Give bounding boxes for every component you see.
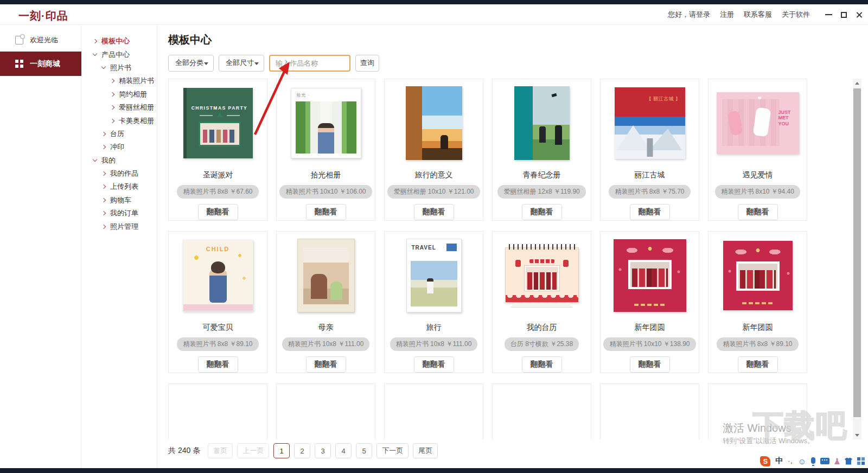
tree-item-cart[interactable]: 购物车 — [81, 194, 157, 207]
sidebar-item-welcome[interactable]: 欢迎光临 — [0, 30, 81, 50]
close-icon[interactable] — [856, 11, 863, 18]
flip-view-button[interactable]: 翻翻看 — [630, 356, 670, 373]
flip-view-button[interactable]: 翻翻看 — [738, 356, 778, 373]
activate-windows-text: 激活 Windows — [723, 421, 792, 436]
lantern-icon — [515, 260, 521, 267]
handwriting-icon[interactable] — [834, 458, 840, 464]
cover-photo — [722, 99, 780, 146]
keyboard-icon[interactable] — [820, 458, 829, 464]
product-cover[interactable] — [493, 232, 591, 319]
flip-view-button[interactable]: 翻翻看 — [306, 204, 346, 220]
microphone-icon[interactable] — [811, 457, 815, 464]
tree-item-hardcover-photobook[interactable]: 精装照片书 — [81, 74, 157, 87]
product-cover[interactable]: TRAVEL — [385, 232, 483, 319]
ime-language-indicator[interactable]: 中 — [775, 456, 783, 466]
flip-view-button[interactable]: 翻翻看 — [198, 204, 238, 220]
next-page-button[interactable]: 下一页 — [376, 443, 409, 458]
product-spec-badge: 精装照片书 10x8 ￥111.00 — [390, 337, 478, 351]
contact-support-link[interactable]: 联系客服 — [744, 10, 772, 20]
product-cover[interactable] — [277, 232, 375, 319]
tree-item-calendar[interactable]: 台历 — [81, 127, 157, 140]
page-button-3[interactable]: 3 — [315, 443, 331, 458]
tree-item-alice-album[interactable]: 爱丽丝相册 — [81, 101, 157, 114]
cover-figure — [555, 125, 562, 145]
stone-pillar — [647, 138, 653, 157]
skin-theme-icon[interactable] — [845, 458, 852, 465]
sidebar-item-mall[interactable]: 一刻商城 — [0, 52, 81, 76]
tree-item-my-orders[interactable]: 我的订单 — [81, 207, 157, 220]
flip-view-button[interactable]: 翻翻看 — [414, 356, 454, 373]
sogou-input-icon[interactable]: S — [760, 456, 770, 466]
flip-view-button[interactable]: 翻翻看 — [630, 204, 670, 220]
product-cover[interactable]: JUST MET YOU — [709, 79, 807, 167]
page-button-4[interactable]: 4 — [335, 443, 352, 458]
flip-view-button[interactable]: 翻翻看 — [738, 204, 778, 220]
product-cover[interactable] — [385, 79, 483, 167]
tree-item-mine[interactable]: 我的 — [81, 154, 157, 167]
chevron-down-icon — [254, 62, 259, 65]
product-cover[interactable] — [709, 232, 807, 319]
cover-photo — [199, 122, 241, 146]
product-cover[interactable]: CHRISTMAS PARTY — [169, 79, 267, 167]
product-spec-badge: 精装照片书 8x8 ￥89.10 — [177, 337, 258, 351]
cover-photo — [411, 261, 457, 306]
tree-item-upload-list[interactable]: 上传列表 — [81, 180, 157, 193]
scroll-up-arrow-icon[interactable] — [853, 79, 861, 87]
tree-item-product-center[interactable]: 产品中心 — [81, 48, 157, 61]
cover-figure — [206, 261, 230, 303]
product-cover[interactable]: CHILD — [169, 232, 267, 319]
tree-item-template-center[interactable]: 模板中心 — [81, 35, 157, 48]
tree-item-my-works[interactable]: 我的作品 — [81, 167, 157, 180]
wave-pattern — [506, 295, 578, 302]
product-cover[interactable] — [601, 232, 699, 319]
page-button-1[interactable]: 1 — [273, 443, 290, 458]
search-button[interactable]: 查询 — [355, 55, 379, 72]
flip-view-button[interactable]: 翻翻看 — [522, 356, 562, 373]
toolbox-icon[interactable] — [857, 457, 865, 465]
book-cover-travel-meaning — [406, 86, 462, 160]
product-cover[interactable] — [493, 79, 591, 167]
tree-item-photobook[interactable]: 照片书 — [81, 61, 157, 74]
size-select[interactable]: 全部尺寸 — [219, 55, 264, 72]
product-name: 新年团圆 — [743, 323, 773, 333]
ime-punctuation-indicator[interactable]: ·, — [788, 457, 793, 465]
vertical-scrollbar[interactable] — [853, 79, 861, 439]
tree-item-cameo-album[interactable]: 卡美奥相册 — [81, 114, 157, 127]
maximize-icon[interactable] — [841, 12, 847, 18]
product-card: 拾光 · 拾光相册 精装照片书 10x10 ￥106.00 翻翻看 — [276, 79, 375, 221]
login-link[interactable]: 您好，请登录 — [668, 10, 710, 20]
emoji-panel-icon[interactable]: ☺ — [798, 457, 806, 465]
product-cover[interactable]: 【 丽江古城 】 — [601, 79, 699, 167]
product-cover[interactable]: 拾光 · — [277, 79, 375, 167]
tree-item-simple-album[interactable]: 简约相册 — [81, 88, 157, 101]
flip-view-button[interactable]: 翻翻看 — [198, 356, 238, 373]
cover-photo — [615, 117, 685, 159]
about-software-link[interactable]: 关于软件 — [782, 10, 810, 20]
welcome-user-icon — [15, 36, 23, 44]
system-tray: S 中 ·, ☺ — [760, 455, 865, 467]
flip-view-button[interactable]: 翻翻看 — [522, 204, 562, 220]
cover-figure — [539, 126, 546, 143]
product-card: 我的台历 台历 8寸横款 ￥25.38 翻翻看 — [492, 231, 591, 373]
book-cover-christmas: CHRISTMAS PARTY — [183, 88, 253, 158]
desk-calendar-cover — [502, 244, 582, 308]
tree-item-print[interactable]: 冲印 — [81, 140, 157, 154]
register-link[interactable]: 注册 — [720, 10, 734, 20]
product-spec-badge: 爱丽丝相册 12x8 ￥119.90 — [497, 185, 586, 199]
page-button-5[interactable]: 5 — [356, 443, 372, 458]
flip-view-button[interactable]: 翻翻看 — [306, 356, 346, 373]
fish-decoration — [727, 244, 788, 259]
page-button-2[interactable]: 2 — [294, 443, 310, 458]
search-input[interactable] — [269, 55, 350, 72]
minimize-icon[interactable] — [825, 14, 832, 15]
first-page-button[interactable]: 首页 — [208, 443, 233, 458]
flip-view-button[interactable]: 翻翻看 — [414, 204, 454, 220]
last-page-button[interactable]: 尾页 — [413, 443, 438, 458]
scrollbar-thumb[interactable] — [853, 88, 861, 417]
category-tree: 模板中心 产品中心 照片书 精装照片书 简约相册 爱丽丝相册 卡美奥相册 台历 … — [81, 25, 157, 468]
scroll-down-arrow-icon[interactable] — [853, 431, 861, 439]
category-select[interactable]: 全部分类 — [168, 55, 214, 72]
prev-page-button[interactable]: 上一页 — [237, 443, 269, 458]
christmas-tree-icon — [200, 115, 240, 116]
tree-item-photo-manage[interactable]: 照片管理 — [81, 220, 157, 233]
